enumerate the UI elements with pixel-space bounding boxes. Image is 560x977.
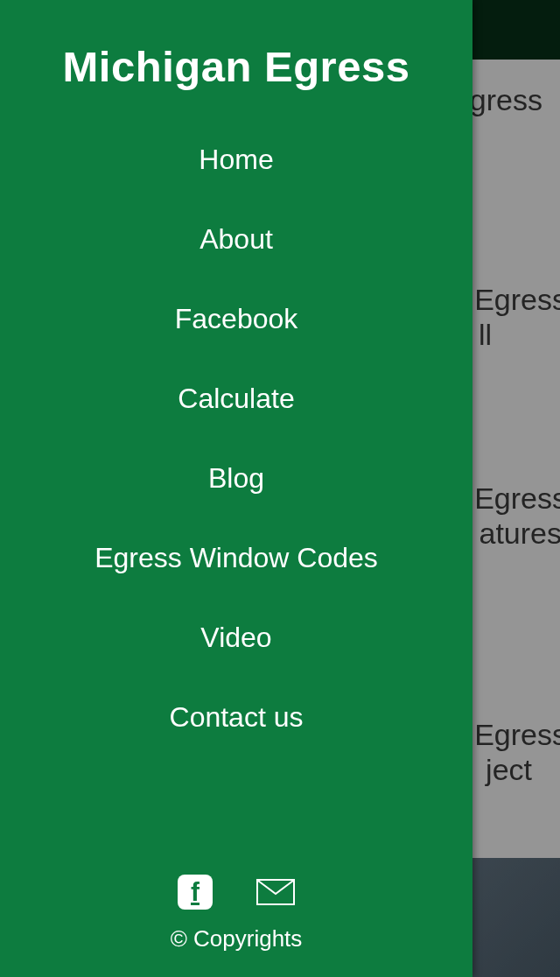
navigation-drawer: Michigan Egress Home About Facebook Calc… [0, 0, 472, 977]
nav-list: Home About Facebook Calculate Blog Egres… [0, 144, 472, 734]
copyright-text: © Copyrights [171, 925, 303, 952]
nav-item-home[interactable]: Home [199, 144, 273, 176]
nav-item-egress-codes[interactable]: Egress Window Codes [94, 542, 378, 574]
facebook-icon[interactable]: f [178, 875, 213, 910]
social-links: f [178, 875, 295, 910]
nav-item-blog[interactable]: Blog [208, 462, 264, 495]
mail-icon[interactable] [256, 879, 295, 905]
nav-item-facebook[interactable]: Facebook [175, 303, 298, 335]
drawer-footer: f © Copyrights [0, 875, 472, 977]
nav-item-about[interactable]: About [200, 223, 273, 256]
nav-item-contact[interactable]: Contact us [170, 701, 304, 734]
app-title: Michigan Egress [0, 42, 472, 91]
nav-item-video[interactable]: Video [200, 622, 271, 654]
nav-item-calculate[interactable]: Calculate [178, 383, 294, 415]
